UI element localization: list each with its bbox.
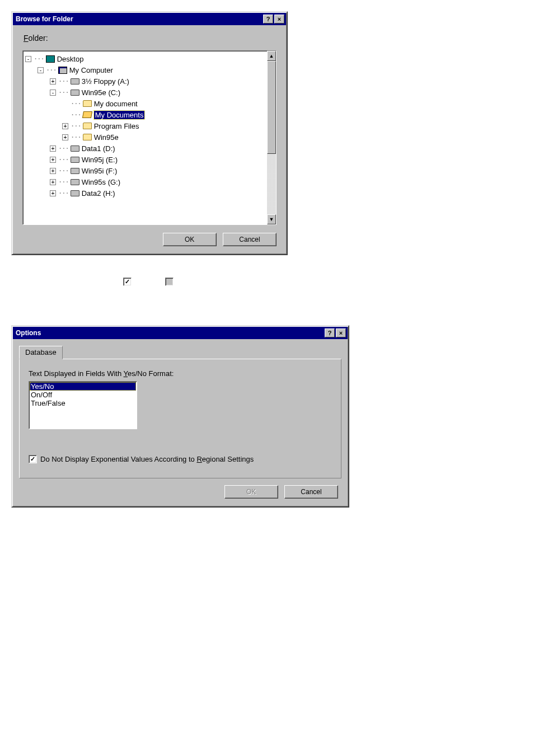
standalone-checkbox-unchecked[interactable]: [165, 278, 174, 286]
tree-connector: ···: [58, 88, 69, 96]
folder-label: Folder:: [24, 34, 277, 43]
tree-node-label[interactable]: Win95e (C:): [82, 88, 120, 97]
tree-node-label[interactable]: My document: [94, 100, 138, 108]
scroll-thumb[interactable]: [267, 61, 276, 154]
tree-connector: ···: [58, 144, 69, 152]
folder-tree-container: -···Desktop-···My Computer+···3½ Floppy …: [22, 50, 277, 225]
yesno-format-listbox[interactable]: Yes/NoOn/OffTrue/False: [29, 381, 137, 429]
tree-node-label[interactable]: Desktop: [57, 55, 84, 63]
options-cancel-button[interactable]: Cancel: [284, 485, 338, 499]
tree-node[interactable]: +···Data1 (D:): [24, 143, 266, 154]
tree-node-label[interactable]: Data1 (D:): [82, 144, 115, 153]
tree-node-label[interactable]: Win95i (F:): [82, 167, 118, 175]
tree-node[interactable]: +···Data2 (H:): [24, 187, 266, 199]
tree-connector: ···: [58, 167, 69, 175]
drive-icon: [71, 167, 79, 175]
collapse-icon[interactable]: -: [50, 90, 56, 96]
drive-icon: [71, 88, 79, 96]
tab-database[interactable]: Database: [19, 346, 63, 359]
desktop-icon: [46, 55, 55, 63]
tree-node[interactable]: ···My Documents: [24, 109, 266, 120]
folder-tree[interactable]: -···Desktop-···My Computer+···3½ Floppy …: [23, 51, 267, 224]
help-button[interactable]: ?: [263, 15, 273, 24]
tree-connector: ···: [46, 66, 57, 74]
tree-node-label[interactable]: Win95e: [94, 133, 119, 142]
browse-ok-button[interactable]: OK: [163, 233, 217, 246]
tree-node[interactable]: -···Desktop: [24, 53, 266, 64]
tree-node[interactable]: +···Win95e: [24, 132, 266, 143]
scroll-down-button[interactable]: ▼: [267, 214, 276, 224]
tree-connector: ···: [71, 133, 81, 141]
tree-node-label[interactable]: Win95s (G:): [82, 178, 120, 186]
scroll-track[interactable]: [267, 61, 276, 214]
tree-node[interactable]: -···Win95e (C:): [24, 87, 266, 98]
exp-label-pre: Do Not Display Exponential Values Accord…: [40, 455, 196, 463]
tree-spacer: [62, 101, 68, 107]
tree-connector: ···: [71, 122, 81, 130]
yesno-label-post: es/No Format:: [128, 369, 174, 378]
tree-scrollbar[interactable]: ▲ ▼: [267, 51, 276, 224]
drive-icon: [71, 156, 79, 163]
standalone-checkbox-checked[interactable]: ✓: [123, 278, 132, 286]
expand-icon[interactable]: +: [50, 157, 56, 163]
tree-connector: ···: [34, 55, 44, 63]
yesno-label-pre: Text Displayed in Fields With: [29, 369, 124, 378]
tree-connector: ···: [71, 111, 81, 119]
folder-icon: [83, 100, 92, 107]
options-titlebar: Options ? ×: [13, 327, 348, 339]
browse-cancel-button[interactable]: Cancel: [223, 233, 277, 246]
tree-node[interactable]: +···Win95s (G:): [24, 176, 266, 187]
expand-icon[interactable]: +: [50, 190, 56, 196]
close-button[interactable]: ×: [274, 15, 284, 24]
expand-icon[interactable]: +: [50, 78, 56, 84]
browse-for-folder-dialog: Browse for Folder ? × Folder: -···Deskto…: [11, 11, 288, 255]
exp-label-post: egional Settings: [202, 455, 254, 463]
tree-node-label[interactable]: Data2 (H:): [82, 189, 115, 198]
tree-connector: ···: [58, 189, 69, 197]
list-item[interactable]: Yes/No: [30, 382, 136, 391]
exponential-label: Do Not Display Exponential Values Accord…: [40, 455, 254, 463]
tree-node[interactable]: +···3½ Floppy (A:): [24, 76, 266, 87]
options-close-button[interactable]: ×: [336, 328, 346, 337]
options-help-button[interactable]: ?: [325, 328, 335, 337]
tree-connector: ···: [58, 178, 69, 186]
drive-icon: [71, 144, 79, 152]
browse-titlebar: Browse for Folder ? ×: [13, 13, 286, 25]
tree-node-label[interactable]: My Computer: [69, 66, 113, 74]
expand-icon[interactable]: +: [50, 168, 56, 174]
exponential-check-row: ✓ Do Not Display Exponential Values Acco…: [29, 455, 332, 463]
tree-spacer: [62, 112, 68, 118]
database-tab-panel: Text Displayed in Fields With Yes/No For…: [19, 359, 341, 478]
collapse-icon[interactable]: -: [38, 67, 44, 73]
exponential-checkbox[interactable]: ✓: [29, 455, 37, 463]
tree-node[interactable]: +···Win95j (E:): [24, 154, 266, 165]
standalone-checkboxes: ✓: [11, 278, 285, 286]
options-title: Options: [15, 329, 324, 337]
tree-node-label[interactable]: 3½ Floppy (A:): [82, 77, 129, 86]
tree-node[interactable]: +···Program Files: [24, 120, 266, 132]
collapse-icon[interactable]: -: [25, 56, 31, 62]
tree-node[interactable]: -···My Computer: [24, 64, 266, 76]
drive-icon: [71, 178, 79, 186]
yesno-format-label: Text Displayed in Fields With Yes/No For…: [29, 369, 332, 378]
tree-node[interactable]: ···My document: [24, 98, 266, 109]
folder-open-icon: [83, 111, 92, 119]
tree-node[interactable]: +···Win95i (F:): [24, 165, 266, 176]
tree-connector: ···: [58, 77, 69, 85]
folder-icon: [83, 122, 92, 130]
tree-node-label[interactable]: My Documents: [94, 111, 145, 119]
tree-node-label[interactable]: Win95j (E:): [82, 156, 118, 164]
options-ok-button[interactable]: OK: [224, 485, 278, 499]
expand-icon[interactable]: +: [50, 145, 56, 152]
list-item[interactable]: On/Off: [30, 391, 136, 399]
expand-icon[interactable]: +: [50, 179, 56, 185]
list-item[interactable]: True/False: [30, 399, 136, 407]
computer-icon: [58, 66, 67, 74]
tree-node-label[interactable]: Program Files: [94, 122, 139, 130]
browse-title: Browse for Folder: [15, 15, 262, 23]
expand-icon[interactable]: +: [62, 134, 68, 140]
scroll-up-button[interactable]: ▲: [267, 51, 276, 61]
drive-icon: [71, 77, 79, 85]
drive-icon: [71, 189, 79, 197]
expand-icon[interactable]: +: [62, 123, 68, 129]
